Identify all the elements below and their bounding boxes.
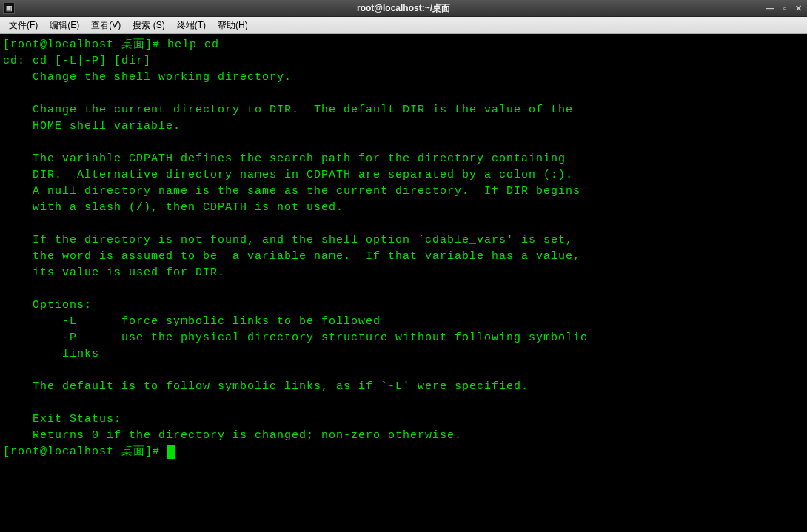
menu-file[interactable]: 文件(F) — [4, 18, 42, 33]
minimize-button[interactable]: — — [764, 4, 777, 13]
maximize-button[interactable]: ▫ — [781, 4, 788, 13]
menubar: 文件(F) 编辑(E) 查看(V) 搜索 (S) 终端(T) 帮助(H) — [0, 17, 807, 34]
menu-help[interactable]: 帮助(H) — [213, 18, 252, 33]
prompt-open: [ — [3, 38, 10, 51]
terminal-window: ▣ root@localhost:~/桌面 — ▫ ✕ 文件(F) 编辑(E) … — [0, 0, 807, 532]
menu-edit[interactable]: 编辑(E) — [45, 18, 84, 33]
prompt-close: ]# — [145, 445, 167, 458]
titlebar[interactable]: ▣ root@localhost:~/桌面 — ▫ ✕ — [0, 0, 807, 17]
window-controls: — ▫ ✕ — [764, 4, 804, 13]
cursor — [167, 445, 175, 459]
window-icon: ▣ — [3, 2, 15, 14]
prompt-close: ]# — [145, 38, 167, 51]
prompt-userhost: root@localhost 桌面 — [10, 38, 145, 51]
command-output: cd: cd [-L|-P] [dir] Change the shell wo… — [3, 55, 588, 442]
prompt-open: [ — [3, 445, 10, 458]
prompt-userhost: root@localhost 桌面 — [10, 445, 145, 458]
menu-view[interactable]: 查看(V) — [87, 18, 125, 33]
command-typed: help cd — [167, 38, 219, 51]
menu-terminal[interactable]: 终端(T) — [173, 18, 210, 33]
terminal-area[interactable]: [root@localhost 桌面]# help cd cd: cd [-L|… — [0, 34, 807, 532]
window-title: root@localhost:~/桌面 — [357, 2, 450, 15]
menu-search[interactable]: 搜索 (S) — [128, 18, 169, 33]
close-button[interactable]: ✕ — [793, 4, 804, 13]
